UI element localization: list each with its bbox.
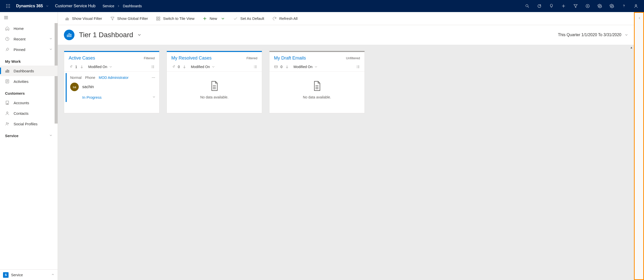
record-owner-link[interactable]: MOD Administrator	[99, 76, 129, 80]
filter-icon[interactable]	[570, 0, 582, 12]
chevron-down-icon[interactable]	[152, 95, 156, 99]
chevron-down-icon	[49, 47, 53, 52]
document-icon	[210, 81, 219, 92]
svg-point-5	[9, 6, 10, 7]
nav-accounts[interactable]: Accounts	[0, 97, 58, 108]
building-icon	[5, 100, 10, 105]
card-count: 1	[75, 65, 77, 69]
card-entity-icon[interactable]	[274, 65, 278, 69]
svg-rect-44	[66, 19, 66, 20]
svg-marker-16	[574, 5, 577, 8]
add-icon[interactable]	[557, 0, 570, 12]
card-title[interactable]: My Draft Emails	[274, 55, 306, 61]
svg-rect-28	[6, 71, 6, 72]
dashboard-cards-area: ▲ Active Cases Filtered 1 Modified On	[58, 45, 634, 280]
assistant-icon[interactable]	[545, 0, 557, 12]
cmd-visual-filter[interactable]: Show Visual Filter	[62, 15, 105, 22]
brand-dropdown[interactable]: Dynamics 365	[14, 4, 51, 8]
nav-group-service[interactable]: Service	[0, 129, 58, 140]
refresh-icon	[272, 16, 277, 21]
collapse-nav-button[interactable]	[0, 12, 58, 23]
sort-column-selector[interactable]: Modified On	[88, 65, 113, 69]
chevron-down-icon	[624, 33, 628, 37]
chevron-down-icon	[314, 65, 318, 69]
record-name: sachin	[82, 85, 94, 89]
card-filter-state: Filtered	[247, 56, 257, 60]
card-title[interactable]: My Resolved Cases	[171, 55, 212, 61]
card-view-options-icon[interactable]	[356, 65, 360, 69]
advanced-settings-icon[interactable]	[606, 0, 618, 12]
svg-point-43	[8, 123, 9, 124]
nav-recent[interactable]: Recent	[0, 34, 58, 44]
date-range-selector[interactable]: This Quarter 1/1/2020 To 3/31/2020	[558, 33, 628, 37]
settings-icon[interactable]	[594, 0, 606, 12]
svg-point-20	[599, 6, 600, 7]
scroll-up-icon[interactable]: ▲	[630, 46, 633, 49]
nav-activities[interactable]: Activities	[0, 76, 58, 87]
chart-icon	[65, 16, 69, 21]
svg-rect-48	[157, 17, 158, 18]
chevron-down-icon	[49, 37, 53, 41]
plus-icon	[203, 16, 207, 21]
card-title[interactable]: Active Cases	[69, 55, 95, 61]
task-flow-icon[interactable]	[533, 0, 545, 12]
funnel-icon	[110, 16, 115, 21]
card-entity-icon[interactable]	[171, 65, 175, 69]
empty-text: No data available.	[303, 95, 331, 99]
record-status[interactable]: In Progress	[82, 95, 102, 99]
svg-marker-47	[111, 17, 114, 20]
cmd-global-filter[interactable]: Show Global Filter	[107, 15, 151, 22]
cmd-new[interactable]: New	[199, 15, 228, 22]
svg-rect-40	[7, 103, 8, 104]
right-pane-toggle[interactable]	[634, 12, 644, 280]
sort-direction-icon[interactable]	[80, 65, 84, 69]
clock-icon	[5, 37, 10, 41]
brand-label: Dynamics 365	[16, 4, 43, 8]
cmd-refresh-all[interactable]: Refresh All	[269, 15, 301, 22]
global-commands	[521, 0, 642, 12]
card-entity-icon[interactable]	[69, 65, 73, 69]
sort-column-selector[interactable]: Modified On	[191, 65, 215, 69]
case-record[interactable]: Normal Phone MOD Administrator ⋯ sa sach…	[66, 73, 159, 102]
nav-pinned[interactable]: Pinned	[0, 44, 58, 55]
breadcrumb-area[interactable]: Service	[103, 4, 114, 8]
record-more-icon[interactable]: ⋯	[152, 76, 156, 80]
person-icon	[5, 111, 10, 116]
svg-rect-49	[159, 17, 160, 18]
app-name[interactable]: Customer Service Hub	[51, 4, 100, 8]
svg-point-41	[7, 112, 8, 113]
nav-social-profiles[interactable]: Social Profiles	[0, 119, 58, 129]
chevron-down-icon	[137, 33, 142, 37]
dashboard-selector[interactable]: Tier 1 Dashboard	[79, 31, 142, 39]
app-launcher-icon[interactable]	[2, 0, 14, 12]
chevron-down-icon	[221, 16, 225, 21]
help-icon[interactable]	[618, 0, 630, 12]
area-switcher[interactable]: S Service	[0, 269, 58, 280]
sort-column-selector[interactable]: Modified On	[294, 65, 318, 69]
search-icon[interactable]	[521, 0, 533, 12]
card-view-options-icon[interactable]	[253, 65, 257, 69]
empty-state: No data available.	[269, 72, 365, 108]
empty-state: No data available.	[167, 72, 262, 108]
svg-rect-50	[157, 19, 158, 20]
card-filter-state: Filtered	[144, 56, 155, 60]
nav-dashboards[interactable]: Dashboards	[0, 66, 58, 76]
dashboard-icon	[5, 69, 10, 73]
pin-icon	[5, 47, 10, 52]
cmd-tile-view[interactable]: Switch to Tile View	[153, 15, 197, 22]
breadcrumb-page[interactable]: Dashboards	[123, 4, 142, 8]
sort-direction-icon[interactable]	[285, 65, 289, 69]
account-icon[interactable]	[630, 0, 642, 12]
sort-direction-icon[interactable]	[182, 65, 186, 69]
svg-rect-35	[6, 101, 9, 104]
card-view-options-icon[interactable]	[151, 65, 155, 69]
cmd-set-default[interactable]: Set As Default	[230, 15, 267, 22]
area-initial: S	[3, 272, 9, 278]
empty-text: No data available.	[200, 95, 228, 99]
nav-contacts[interactable]: Contacts	[0, 108, 58, 119]
svg-point-1	[8, 4, 9, 5]
svg-point-2	[9, 4, 10, 5]
card-active-cases: Active Cases Filtered 1 Modified On	[64, 51, 159, 113]
nav-home[interactable]: Home	[0, 23, 58, 34]
add-activity-icon[interactable]	[582, 0, 594, 12]
